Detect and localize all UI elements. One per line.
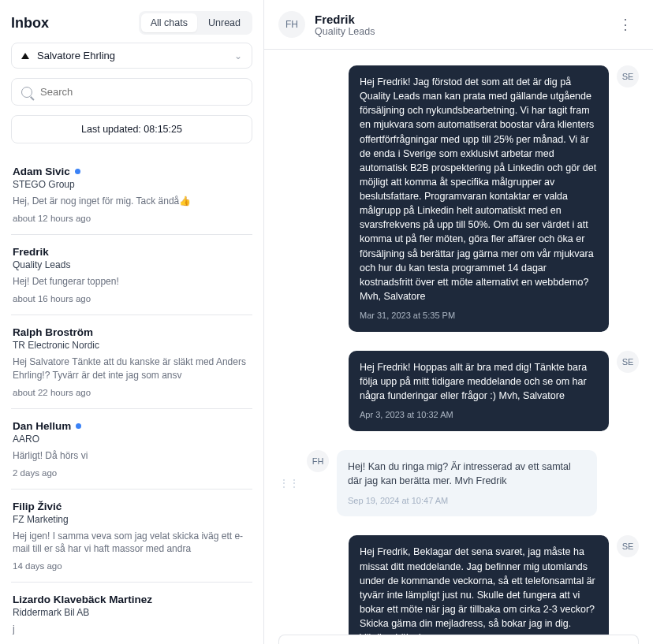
message-composer[interactable] bbox=[278, 635, 639, 644]
conversation-preview: Hej Salvatore Tänkte att du kanske är sl… bbox=[13, 356, 251, 381]
message-row: Hej Fredrik! Jag förstod det som att det… bbox=[278, 65, 639, 332]
conversation-name: Fredrik bbox=[13, 246, 251, 258]
filter-unread[interactable]: Unread bbox=[199, 13, 250, 32]
conversation-time: about 22 hours ago bbox=[13, 388, 251, 397]
conversation-company: Quality Leads bbox=[13, 259, 251, 270]
outgoing-message: Hej Fredrik, Beklagar det sena svaret, j… bbox=[349, 535, 609, 635]
conversation-preview: Hej! Det fungerar toppen! bbox=[13, 275, 251, 288]
conversation-time: about 12 hours ago bbox=[13, 214, 251, 223]
message-timestamp: Apr 3, 2023 at 10:32 AM bbox=[360, 409, 598, 422]
thread-panel: FH Fredrik Quality Leads ⋮ Hej Fredrik! … bbox=[264, 0, 653, 644]
message-thread[interactable]: Hej Fredrik! Jag förstod det som att det… bbox=[264, 50, 653, 635]
conversation-item[interactable]: Adam Sivic STEGO GroupHej, Det är nog in… bbox=[11, 154, 252, 235]
avatar: SE bbox=[617, 65, 639, 87]
thread-title-block: Fredrik Quality Leads bbox=[315, 13, 375, 37]
user-selector[interactable]: Salvatore Ehrling ⌄ bbox=[11, 43, 252, 69]
thread-contact-name: Fredrik bbox=[315, 13, 375, 26]
conversation-time: 2 days ago bbox=[13, 468, 251, 478]
conversation-item[interactable]: Ralph BroströmTR Electronic NordicHej Sa… bbox=[11, 315, 252, 408]
conversation-company: FZ Marketing bbox=[13, 514, 251, 525]
message-timestamp: Sep 19, 2024 at 10:47 AM bbox=[348, 495, 586, 508]
thread-menu-button[interactable]: ⋮ bbox=[612, 13, 639, 36]
conversation-company: AARO bbox=[13, 434, 251, 445]
selected-user: Salvatore Ehrling bbox=[37, 50, 115, 61]
filter-group: All chats Unread bbox=[139, 11, 252, 35]
conversation-list[interactable]: Adam Sivic STEGO GroupHej, Det är nog in… bbox=[0, 154, 263, 644]
conversation-preview: j bbox=[13, 623, 251, 635]
conversation-preview: Hej, Det är nog inget för mig. Tack ändå… bbox=[13, 195, 251, 207]
conversation-item[interactable]: Lizardo Klavebäck MartinezRiddermark Bil… bbox=[11, 583, 252, 644]
sidebar-header: Inbox All chats Unread bbox=[0, 0, 263, 43]
outgoing-message: Hej Fredrik! Hoppas allt är bra med dig!… bbox=[349, 351, 609, 431]
triangle-up-icon bbox=[21, 53, 29, 59]
conversation-name: Dan Hellum bbox=[13, 420, 251, 432]
chevron-down-icon: ⌄ bbox=[234, 50, 242, 61]
message-text: Hej Fredrik! Hoppas allt är bra med dig!… bbox=[360, 360, 598, 403]
conversation-preview: Härligt! Då hörs vi bbox=[13, 449, 251, 462]
conversation-name: Adam Sivic bbox=[13, 166, 251, 177]
message-text: Hej Fredrik, Beklagar det sena svaret, j… bbox=[360, 545, 598, 635]
unread-dot-icon bbox=[75, 169, 80, 174]
thread-contact-company: Quality Leads bbox=[315, 26, 375, 37]
message-row: ⋮⋮FHHej! Kan du ringa mig? Är intressera… bbox=[278, 450, 639, 516]
conversation-company: Riddermark Bil AB bbox=[13, 607, 251, 618]
avatar: SE bbox=[617, 351, 639, 373]
last-updated: Last updated: 08:15:25 bbox=[11, 115, 252, 143]
conversation-name: Filip Živić bbox=[13, 501, 251, 512]
avatar: FH bbox=[307, 450, 329, 472]
conversation-company: TR Electronic Nordic bbox=[13, 340, 251, 351]
inbox-sidebar: Inbox All chats Unread Salvatore Ehrling… bbox=[0, 0, 264, 644]
conversation-item[interactable]: Filip ŽivićFZ MarketingHej igen! I samma… bbox=[11, 490, 252, 583]
message-row: Hej Fredrik! Hoppas allt är bra med dig!… bbox=[278, 351, 639, 431]
search-icon bbox=[21, 87, 32, 98]
filter-all-chats[interactable]: All chats bbox=[141, 13, 197, 32]
conversation-name: Lizardo Klavebäck Martinez bbox=[13, 594, 251, 605]
thread-header: FH Fredrik Quality Leads ⋮ bbox=[264, 0, 653, 50]
avatar: SE bbox=[617, 535, 639, 557]
conversation-item[interactable]: FredrikQuality LeadsHej! Det fungerar to… bbox=[11, 235, 252, 315]
search-box[interactable] bbox=[11, 78, 252, 106]
conversation-item[interactable]: Dan Hellum AAROHärligt! Då hörs vi2 days… bbox=[11, 409, 252, 490]
conversation-name: Ralph Broström bbox=[13, 326, 251, 338]
conversation-time: 14 days ago bbox=[13, 561, 251, 571]
message-row: Hej Fredrik, Beklagar det sena svaret, j… bbox=[278, 535, 639, 635]
avatar: FH bbox=[278, 11, 305, 38]
search-input[interactable] bbox=[39, 85, 242, 99]
outgoing-message: Hej Fredrik! Jag förstod det som att det… bbox=[349, 65, 609, 332]
incoming-message: Hej! Kan du ringa mig? Är intresserad av… bbox=[337, 450, 597, 516]
message-text: Hej Fredrik! Jag förstod det som att det… bbox=[360, 75, 598, 303]
conversation-company: STEGO Group bbox=[13, 179, 251, 190]
conversation-preview: Hej igen! I samma veva som jag velat ski… bbox=[13, 530, 251, 555]
message-timestamp: Mar 31, 2023 at 5:35 PM bbox=[360, 310, 598, 322]
conversation-time: about 16 hours ago bbox=[13, 294, 251, 303]
drag-handle-icon[interactable]: ⋮⋮ bbox=[278, 477, 299, 490]
inbox-title: Inbox bbox=[11, 15, 49, 32]
message-text: Hej! Kan du ringa mig? Är intresserad av… bbox=[348, 460, 586, 488]
unread-dot-icon bbox=[76, 423, 81, 429]
